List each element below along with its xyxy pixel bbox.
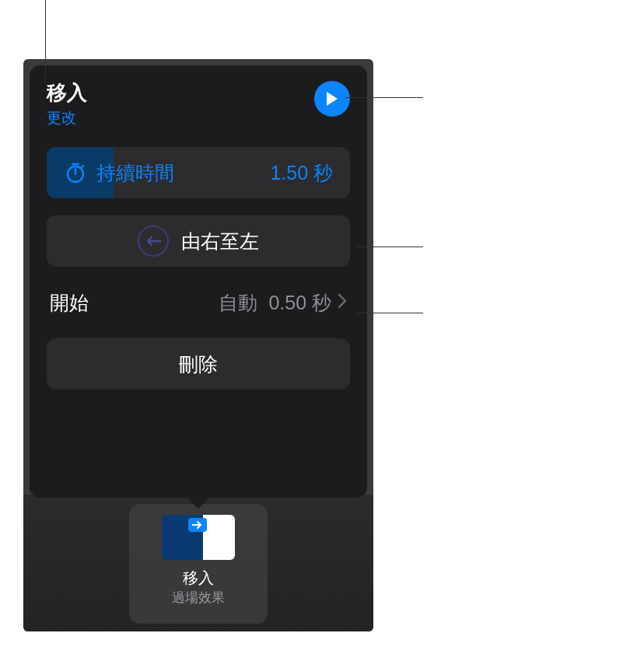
direction-label: 由右至左	[181, 229, 259, 254]
delete-label: 刪除	[179, 351, 218, 377]
thumbnail-subtitle: 過場效果	[172, 589, 225, 607]
arrow-right-icon	[192, 521, 203, 529]
thumbnail-title: 移入	[183, 568, 214, 589]
change-link[interactable]: 更改	[47, 108, 87, 128]
stopwatch-icon	[64, 161, 87, 184]
direction-button[interactable]: 由右至左	[47, 215, 350, 267]
duration-label: 持續時間	[96, 160, 174, 186]
popover-header: 移入 更改	[47, 79, 350, 128]
play-button[interactable]	[314, 81, 350, 117]
duration-value: 1.50 秒	[270, 160, 333, 186]
transition-popover: 移入 更改 持續時間 1.50 秒	[30, 65, 367, 498]
svg-line-3	[82, 166, 83, 167]
arrow-left-circle-icon	[138, 226, 169, 257]
chevron-right-icon	[338, 293, 347, 312]
transition-preview-icon	[162, 515, 235, 560]
popover-title: 移入	[47, 79, 87, 107]
start-label: 開始	[50, 290, 89, 316]
duration-slider[interactable]: 持續時間 1.50 秒	[47, 147, 350, 198]
start-value: 自動 0.50 秒	[219, 290, 331, 316]
transition-thumbnail[interactable]: 移入 過場效果	[129, 504, 268, 624]
panel-frame: 移入 過場效果 移入 更改 持續時間	[23, 59, 373, 631]
delete-button[interactable]: 刪除	[47, 338, 350, 390]
thumbnail-bar: 移入 過場效果	[23, 495, 373, 631]
play-icon	[325, 91, 339, 107]
start-row[interactable]: 開始 自動 0.50 秒	[47, 287, 350, 318]
